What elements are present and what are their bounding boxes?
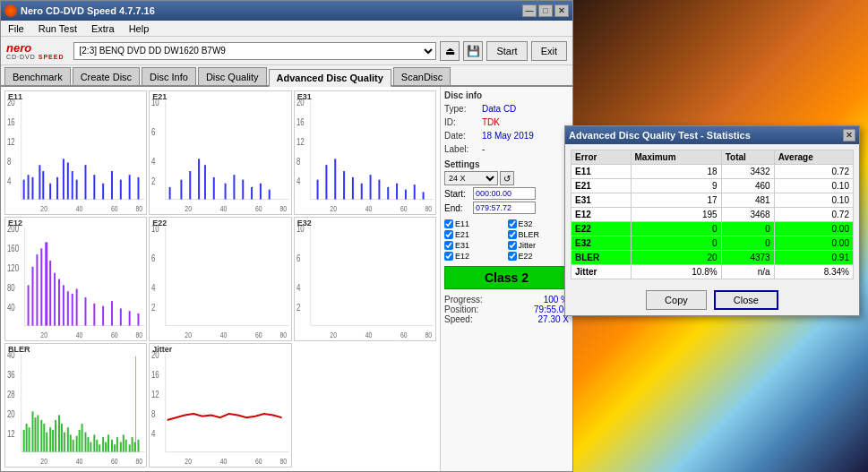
stats-total-cell: n/a: [721, 265, 774, 279]
checkbox-jitter[interactable]: Jitter: [508, 241, 570, 250]
svg-rect-156: [93, 434, 95, 451]
col-maximum: Maximum: [631, 150, 721, 165]
svg-rect-93: [76, 288, 78, 325]
chart-jitter-svg: 20 16 12 8 4 20 40 60 80: [150, 344, 290, 467]
dialog-title-bar: Advanced Disc Quality Test - Statistics …: [565, 126, 859, 144]
copy-button[interactable]: Copy: [646, 290, 707, 310]
svg-rect-90: [63, 285, 64, 325]
start-time-row: Start:: [444, 187, 569, 200]
chart-e12-svg: 200 160 120 80 40: [5, 218, 146, 340]
col-average: Average: [774, 150, 853, 165]
svg-text:4: 4: [7, 176, 12, 187]
stats-total-cell: 0: [721, 222, 774, 236]
dialog-content: Error Maximum Total Average E11 18 3432 …: [565, 144, 859, 285]
tab-disc-quality[interactable]: Disc Quality: [198, 67, 267, 85]
minimize-button[interactable]: —: [522, 4, 537, 17]
title-bar-left: Nero CD-DVD Speed 4.7.7.16: [4, 4, 155, 17]
svg-rect-42: [234, 175, 236, 199]
tab-disc-info[interactable]: Disc Info: [142, 67, 196, 85]
disc-date-label: Date:: [444, 131, 480, 141]
stats-average-cell: 0.00: [774, 222, 853, 236]
checkbox-e32[interactable]: E32: [508, 219, 570, 228]
stats-error-cell: E12: [572, 208, 632, 222]
end-time-input[interactable]: [473, 202, 536, 214]
svg-rect-68: [405, 190, 407, 200]
speed-icon-button[interactable]: ↺: [500, 171, 514, 185]
svg-text:60: 60: [400, 330, 408, 339]
stats-average-cell: 8.34%: [774, 265, 853, 279]
disc-label-row: Label: -: [444, 144, 569, 154]
checkbox-e12[interactable]: E12: [444, 252, 506, 261]
tab-benchmark[interactable]: Benchmark: [4, 67, 71, 85]
drive-select[interactable]: [2:3] BENQ DVD DD DW1620 B7W9: [73, 42, 437, 60]
col-total: Total: [721, 150, 774, 165]
menu-help[interactable]: Help: [125, 22, 153, 35]
svg-text:2: 2: [296, 302, 300, 313]
menu-run-test[interactable]: Run Test: [35, 22, 81, 35]
stats-average-cell: 0.91: [774, 251, 853, 265]
stats-average-cell: 0.10: [774, 193, 853, 208]
svg-rect-138: [40, 420, 42, 452]
exit-button[interactable]: Exit: [531, 41, 567, 61]
svg-text:60: 60: [111, 203, 118, 213]
menu-extra[interactable]: Extra: [88, 22, 118, 35]
dialog-close-x-button[interactable]: ✕: [843, 129, 855, 142]
svg-rect-132: [23, 430, 25, 452]
svg-text:40: 40: [220, 203, 228, 213]
chart-e32-svg: 10 6 4 2 20 40 60 80: [295, 218, 435, 340]
stats-total-cell: 3468: [721, 208, 774, 222]
tab-create-disc[interactable]: Create Disc: [73, 67, 140, 85]
chart-e31-svg: 20 16 12 8 4: [295, 91, 435, 214]
svg-rect-149: [73, 440, 74, 452]
svg-rect-169: [132, 437, 133, 451]
stats-maximum-cell: 18: [631, 165, 721, 179]
checkbox-e21[interactable]: E21: [444, 230, 506, 239]
checkbox-e22[interactable]: E22: [508, 252, 570, 261]
svg-rect-61: [343, 171, 345, 200]
svg-rect-144: [58, 415, 60, 451]
svg-text:60: 60: [255, 330, 262, 339]
tab-advanced-disc-quality[interactable]: Advanced Disc Quality: [269, 69, 391, 87]
svg-text:60: 60: [255, 203, 262, 213]
speed-row-progress: Speed: 27.30 X: [444, 314, 569, 324]
chart-e11-title: E11: [8, 92, 22, 101]
chart-jitter: Jitter 20 16 12 8 4 20 40 60 80: [149, 343, 291, 468]
svg-rect-20: [102, 184, 104, 200]
svg-rect-45: [260, 184, 262, 200]
dialog-buttons: Copy Close: [565, 285, 859, 315]
svg-text:16: 16: [7, 116, 15, 128]
checkbox-e31[interactable]: E31: [444, 241, 506, 250]
progress-row: Progress: 100 %: [444, 295, 569, 305]
svg-text:20: 20: [40, 203, 47, 213]
charts-area: E11 20 16 12 8 4: [1, 87, 440, 471]
svg-text:16: 16: [296, 116, 305, 128]
close-button[interactable]: ✕: [554, 4, 569, 17]
maximize-button[interactable]: □: [538, 4, 553, 17]
stats-maximum-cell: 195: [631, 208, 721, 222]
svg-rect-139: [43, 424, 45, 452]
checkbox-bler[interactable]: BLER: [508, 230, 570, 239]
chart-e11-svg: 20 16 12 8 4: [5, 91, 146, 214]
svg-text:80: 80: [136, 330, 143, 339]
svg-rect-84: [36, 254, 38, 325]
checkbox-e11[interactable]: E11: [444, 219, 506, 228]
start-time-input[interactable]: [473, 187, 536, 200]
svg-rect-8: [28, 175, 30, 199]
svg-rect-63: [360, 184, 362, 200]
svg-rect-66: [387, 187, 389, 200]
svg-text:120: 120: [7, 262, 19, 274]
svg-text:4: 4: [151, 156, 156, 167]
speed-select[interactable]: 24 X: [444, 171, 498, 185]
close-button[interactable]: Close: [714, 290, 778, 310]
save-icon-button[interactable]: 💾: [463, 41, 483, 61]
svg-text:80: 80: [425, 330, 432, 339]
tab-scan-disc[interactable]: ScanDisc: [393, 67, 451, 85]
menu-file[interactable]: File: [4, 22, 28, 35]
stats-total-cell: 4373: [721, 251, 774, 265]
chart-e12: E12 200 160 120 80 40: [4, 217, 147, 341]
eject-icon-button[interactable]: ⏏: [440, 41, 460, 61]
chart-e21-title: E21: [152, 92, 167, 101]
svg-rect-62: [352, 177, 354, 200]
start-button[interactable]: Start: [486, 41, 527, 61]
svg-rect-158: [99, 444, 100, 451]
